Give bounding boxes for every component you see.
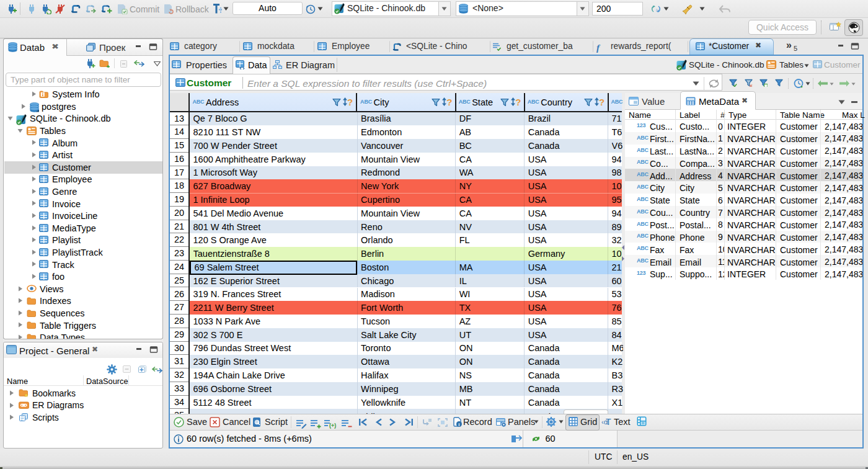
svg-text:(»): (») [656,8,660,12]
svg-text:i: i [458,422,459,427]
svg-text:(+): (+) [329,422,336,429]
svg-text:T: T [606,417,611,426]
